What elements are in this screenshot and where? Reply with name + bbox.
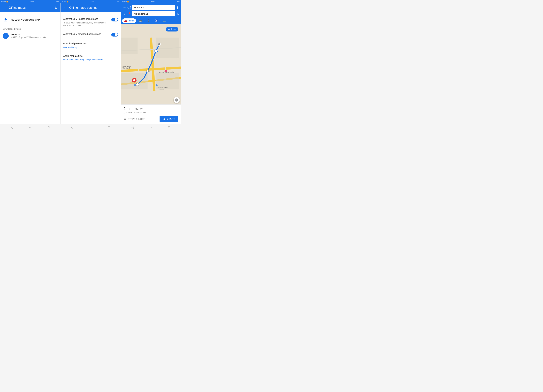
auto-update-title: Automatically update offline maps bbox=[63, 17, 109, 21]
svg-text:Primark: Primark bbox=[136, 83, 141, 85]
svg-text:ALEXA: ALEXA bbox=[159, 88, 164, 90]
nav-distance: (650 m) bbox=[134, 107, 143, 111]
svg-text:1: 1 bbox=[149, 70, 150, 72]
download-prefs-title: Download preferences bbox=[63, 42, 118, 45]
berlin-map-sub: 65 MB • Expires 27 May unless updated bbox=[11, 36, 52, 39]
svg-point-28 bbox=[156, 84, 158, 86]
berlin-map-name: BERLIN bbox=[11, 33, 52, 36]
route-dots bbox=[123, 13, 126, 15]
back-nav-btn-3[interactable]: ◁ bbox=[130, 125, 135, 130]
time-2: 12:33 bbox=[91, 1, 94, 2]
auto-update-toggle[interactable] bbox=[111, 18, 118, 22]
home-nav-btn-3[interactable]: ○ bbox=[148, 125, 153, 130]
no-sim-2: No SIM bbox=[62, 1, 66, 2]
tab-walk[interactable]: 🚶 bbox=[145, 18, 152, 23]
select-own-map-label: SELECT YOUR OWN MAP bbox=[11, 19, 40, 21]
nav-time-row: 2 min (650 m) bbox=[124, 106, 178, 111]
no-sim-1: No SIM bbox=[1, 1, 6, 2]
panel-1-content: SELECT YOUR OWN MAP Downloaded maps BERL… bbox=[0, 12, 60, 124]
time-3: 12:34 bbox=[151, 1, 154, 2]
panel-settings: ← Offline maps settings Automatically up… bbox=[60, 3, 121, 124]
recent-nav-btn-1[interactable]: □ bbox=[46, 125, 51, 130]
svg-point-14 bbox=[154, 50, 157, 52]
berlin-map-item[interactable]: BERLIN 65 MB • Expires 27 May unless upd… bbox=[3, 32, 58, 40]
auto-download-title: Automatically download offline maps bbox=[63, 33, 109, 36]
back-button-2[interactable]: ← bbox=[63, 6, 67, 10]
svg-point-23 bbox=[165, 70, 167, 72]
wifi-icon-3: 📶 bbox=[127, 1, 129, 2]
svg-rect-8 bbox=[121, 38, 138, 54]
setting-auto-download: Automatically download offline maps bbox=[63, 30, 118, 39]
svg-point-13 bbox=[158, 43, 161, 45]
svg-rect-9 bbox=[156, 38, 179, 58]
home-nav-btn-1[interactable]: ○ bbox=[28, 125, 33, 130]
setting-download-prefs[interactable]: Download preferences Over Wi-Fi only bbox=[63, 39, 118, 52]
offline-cloud-icon: ☁ bbox=[124, 112, 125, 114]
map-item-more[interactable]: ⋮ bbox=[55, 34, 58, 38]
back-nav-btn-2[interactable]: ◁ bbox=[69, 125, 75, 130]
more-options-icon[interactable]: ⋮ bbox=[176, 6, 179, 9]
transit-icon: 🚌 bbox=[139, 19, 142, 22]
select-own-map-row[interactable]: SELECT YOUR OWN MAP bbox=[3, 15, 58, 25]
steps-more-button[interactable]: STEPS & MORE bbox=[124, 118, 145, 120]
map-svg: 2 1 Steak house The Grand ONE80° Hostel … bbox=[121, 24, 181, 104]
panel-2-header: ← Offline maps settings bbox=[61, 3, 121, 12]
transport-tabs: 🚗 2 min 🚌 🚶 ♿ 🚲 bbox=[121, 18, 181, 24]
nav-actions: STEPS & MORE START bbox=[124, 116, 178, 122]
recent-nav-btn-2[interactable]: □ bbox=[106, 125, 111, 130]
bottom-nav-1: ◁ ○ □ bbox=[0, 124, 60, 131]
map-area: 2 1 Steak house The Grand ONE80° Hostel … bbox=[121, 24, 181, 104]
status-bars: No SIM 📶 12:33 77% No SIM 📶 12:33 77% No… bbox=[0, 0, 181, 3]
panel-1-title: Offline maps bbox=[9, 6, 52, 10]
nav-top-row: ← ⋮ bbox=[123, 5, 179, 10]
svg-point-19 bbox=[133, 79, 135, 81]
nav-bottom-row: 📍 ⇅ bbox=[123, 11, 179, 17]
download-icon bbox=[3, 17, 9, 23]
svg-text:Shopping Centre: Shopping Centre bbox=[158, 87, 168, 88]
status-bar-2: No SIM 📶 12:33 77% bbox=[60, 0, 121, 3]
cycle-icon: 🚲 bbox=[163, 19, 166, 22]
time-1: 12:33 bbox=[30, 1, 34, 2]
bottom-nav-3: ◁ ○ □ bbox=[121, 124, 181, 131]
auto-update-subtitle: To save you space and data, only recentl… bbox=[63, 22, 109, 27]
bottom-nav-2: ◁ ○ □ bbox=[60, 124, 121, 131]
destination-input[interactable] bbox=[132, 11, 175, 17]
no-sim-3: No SIM bbox=[122, 1, 127, 2]
my-location-button[interactable] bbox=[174, 97, 180, 103]
back-button-1[interactable]: ← bbox=[3, 6, 6, 10]
origin-input[interactable] bbox=[132, 5, 175, 10]
about-offline-link[interactable]: Learn more about using Google Maps offli… bbox=[63, 58, 118, 61]
download-prefs-link[interactable]: Over Wi-Fi only bbox=[63, 46, 118, 49]
auto-download-toggle[interactable] bbox=[111, 33, 118, 37]
svg-point-16 bbox=[147, 70, 149, 72]
tab-car[interactable]: 🚗 2 min bbox=[122, 18, 136, 23]
start-button[interactable]: START bbox=[159, 116, 178, 122]
map-check-icon bbox=[3, 33, 9, 39]
nav-bottom-bar: 2 min (650 m) ☁ Offline · No traffic dat… bbox=[121, 104, 181, 124]
nav-offline-status: ☁ Offline · No traffic data bbox=[124, 112, 178, 114]
origin-dot bbox=[128, 6, 131, 9]
car-time: 2 min bbox=[129, 19, 134, 22]
svg-text:Steak house: Steak house bbox=[123, 66, 131, 67]
back-button-3[interactable]: ← bbox=[123, 6, 126, 9]
swap-icon[interactable]: ⇅ bbox=[176, 12, 179, 16]
svg-text:The Grand: The Grand bbox=[123, 67, 130, 69]
panel-1-header: ← Offline maps ⚙ bbox=[0, 3, 60, 12]
accessible-icon: ♿ bbox=[155, 19, 158, 22]
back-nav-btn-1[interactable]: ◁ bbox=[9, 125, 15, 130]
tab-cycle[interactable]: 🚲 bbox=[161, 18, 168, 23]
berlin-map-info: BERLIN 65 MB • Expires 27 May unless upd… bbox=[11, 33, 52, 39]
tab-transit[interactable]: 🚌 bbox=[136, 18, 144, 23]
wifi-icon-2: 📶 bbox=[67, 1, 68, 2]
setting-about-offline[interactable]: About Maps offline Learn more about usin… bbox=[63, 52, 118, 64]
nav-time: 2 min bbox=[124, 106, 133, 111]
destination-pin-icon: 📍 bbox=[128, 12, 131, 15]
panel-2-title: Offline maps settings bbox=[69, 6, 118, 10]
bottom-nav-bar: ◁ ○ □ ◁ ○ □ ◁ ○ □ bbox=[0, 124, 181, 131]
recent-nav-btn-3[interactable]: □ bbox=[166, 125, 172, 130]
home-nav-btn-2[interactable]: ○ bbox=[88, 125, 93, 130]
tab-accessible[interactable]: ♿ bbox=[153, 18, 160, 23]
nav-header: ← ⋮ 📍 ⇅ bbox=[121, 3, 181, 18]
settings-icon[interactable]: ⚙ bbox=[55, 6, 58, 10]
panel-navigation: ← ⋮ 📍 ⇅ 🚗 2 min 🚌 bbox=[121, 3, 181, 124]
